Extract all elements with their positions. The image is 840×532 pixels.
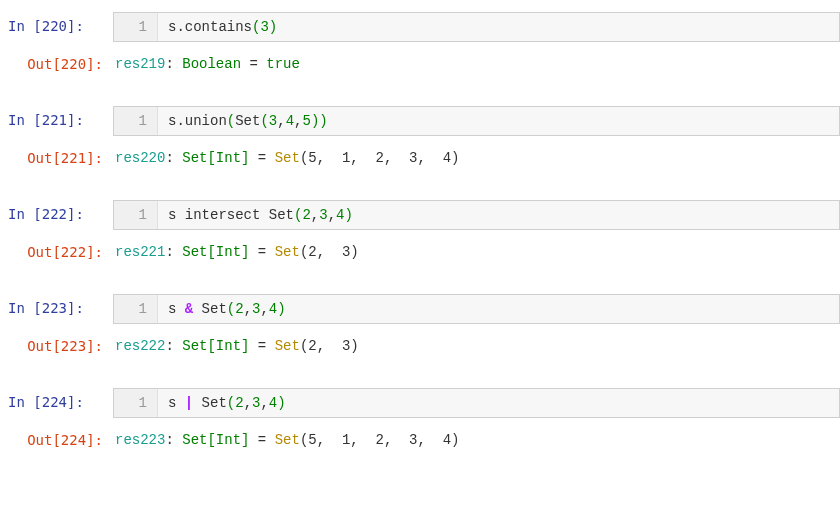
code-text[interactable]: s intersect Set(2,3,4) — [158, 201, 839, 229]
code-input[interactable]: 1 s & Set(2,3,4) — [113, 294, 840, 324]
line-number: 1 — [114, 13, 158, 41]
output-cell: Out[221]: res220: Set[Int] = Set(5, 1, 2… — [0, 140, 840, 176]
output-cell: Out[220]: res219: Boolean = true — [0, 46, 840, 82]
line-number: 1 — [114, 201, 158, 229]
in-prompt: In [222]: — [8, 200, 113, 222]
out-prompt: Out[221]: — [8, 144, 113, 166]
output-cell: Out[222]: res221: Set[Int] = Set(2, 3) — [0, 234, 840, 270]
output-text: res219: Boolean = true — [113, 50, 840, 78]
code-text[interactable]: s.union(Set(3,4,5)) — [158, 107, 839, 135]
output-cell: Out[224]: res223: Set[Int] = Set(5, 1, 2… — [0, 422, 840, 458]
code-input[interactable]: 1 s.union(Set(3,4,5)) — [113, 106, 840, 136]
code-text[interactable]: s | Set(2,3,4) — [158, 389, 839, 417]
line-number: 1 — [114, 107, 158, 135]
code-text[interactable]: s & Set(2,3,4) — [158, 295, 839, 323]
code-input[interactable]: 1 s | Set(2,3,4) — [113, 388, 840, 418]
input-cell: In [224]: 1 s | Set(2,3,4) — [0, 384, 840, 422]
in-prompt: In [220]: — [8, 12, 113, 34]
output-text: res220: Set[Int] = Set(5, 1, 2, 3, 4) — [113, 144, 840, 172]
line-number: 1 — [114, 389, 158, 417]
output-text: res223: Set[Int] = Set(5, 1, 2, 3, 4) — [113, 426, 840, 454]
input-cell: In [223]: 1 s & Set(2,3,4) — [0, 290, 840, 328]
line-number: 1 — [114, 295, 158, 323]
out-prompt: Out[223]: — [8, 332, 113, 354]
code-input[interactable]: 1 s.contains(3) — [113, 12, 840, 42]
out-prompt: Out[220]: — [8, 50, 113, 72]
output-text: res222: Set[Int] = Set(2, 3) — [113, 332, 840, 360]
input-cell: In [222]: 1 s intersect Set(2,3,4) — [0, 196, 840, 234]
in-prompt: In [224]: — [8, 388, 113, 410]
code-text[interactable]: s.contains(3) — [158, 13, 839, 41]
out-prompt: Out[224]: — [8, 426, 113, 448]
code-input[interactable]: 1 s intersect Set(2,3,4) — [113, 200, 840, 230]
in-prompt: In [221]: — [8, 106, 113, 128]
output-cell: Out[223]: res222: Set[Int] = Set(2, 3) — [0, 328, 840, 364]
in-prompt: In [223]: — [8, 294, 113, 316]
input-cell: In [220]: 1 s.contains(3) — [0, 8, 840, 46]
output-text: res221: Set[Int] = Set(2, 3) — [113, 238, 840, 266]
input-cell: In [221]: 1 s.union(Set(3,4,5)) — [0, 102, 840, 140]
out-prompt: Out[222]: — [8, 238, 113, 260]
